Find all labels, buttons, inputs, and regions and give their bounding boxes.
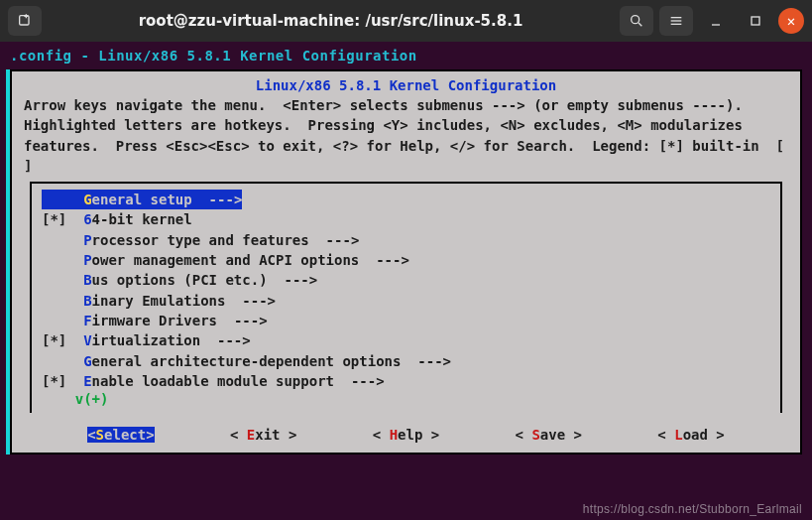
box-edge-decoration — [6, 69, 10, 455]
menu-mark: [*] — [42, 209, 83, 229]
submenu-arrow-icon: ---> — [217, 330, 251, 350]
button-pre: < — [230, 427, 247, 443]
button-post: xit > — [255, 427, 296, 443]
action-button-3[interactable]: < Save > — [516, 427, 582, 443]
button-post: elect> — [104, 427, 155, 443]
watermark-text: https://blog.csdn.net/Stubborn_Earlmail — [583, 502, 802, 516]
menu-label: irmware Drivers — [92, 311, 234, 330]
menu-label: eneral setup — [92, 190, 209, 209]
menu-label: irtualization — [92, 330, 217, 350]
submenu-arrow-icon: ---> — [326, 230, 360, 250]
new-tab-button[interactable] — [8, 6, 42, 36]
window-titlebar: root@zzu-virtual-machine: /usr/src/linux… — [0, 0, 812, 42]
submenu-arrow-icon: ---> — [209, 190, 243, 209]
help-text: Arrow keys navigate the menu. <Enter> se… — [20, 95, 792, 182]
menu-label: nable loadable module support — [92, 371, 351, 391]
menu-hotkey: P — [83, 250, 91, 270]
submenu-arrow-icon: ---> — [242, 291, 276, 311]
menu-hotkey: G — [83, 190, 91, 209]
action-button-4[interactable]: < Load > — [657, 427, 724, 443]
menu-item-8[interactable]: General architecture-dependent options -… — [42, 351, 770, 371]
menu-hotkey: E — [83, 371, 91, 391]
button-pre: < — [373, 427, 390, 443]
more-indicator: v(+) — [42, 391, 770, 407]
menuconfig-box: Linux/x86 5.8.1 Kernel Configuration Arr… — [10, 69, 802, 455]
close-icon: ✕ — [787, 13, 795, 29]
menu-label: eneral architecture-dependent options — [92, 351, 418, 371]
menu-mark — [42, 230, 83, 250]
maximize-icon — [748, 13, 763, 29]
menu-label: us options (PCI etc.) — [92, 270, 285, 290]
menu-item-1[interactable]: [*] 64-bit kernel — [42, 209, 770, 229]
maximize-button[interactable] — [739, 6, 772, 36]
menu-list: General setup --->[*] 64-bit kernel Proc… — [30, 182, 782, 413]
close-button[interactable]: ✕ — [778, 8, 804, 34]
menu-mark — [42, 311, 83, 330]
menu-hotkey: P — [83, 230, 91, 250]
svg-line-4 — [638, 23, 641, 26]
submenu-arrow-icon: ---> — [376, 250, 409, 270]
search-icon — [629, 13, 644, 29]
minimize-icon — [708, 13, 724, 29]
menu-hotkey: F — [83, 311, 91, 330]
menu-mark — [42, 351, 83, 371]
menu-mark — [42, 291, 83, 311]
menu-mark — [42, 190, 83, 209]
menu-button[interactable] — [659, 6, 693, 36]
action-button-0[interactable]: <Select> — [87, 427, 154, 443]
menu-item-4[interactable]: Bus options (PCI etc.) ---> — [42, 270, 770, 290]
search-button[interactable] — [620, 6, 653, 36]
svg-rect-0 — [20, 16, 29, 25]
submenu-arrow-icon: ---> — [351, 371, 385, 391]
menu-label: ower management and ACPI options — [92, 250, 377, 270]
submenu-arrow-icon: ---> — [234, 311, 268, 330]
minimize-button[interactable] — [699, 6, 733, 36]
menu-hotkey: 6 — [83, 209, 91, 229]
menu-item-2[interactable]: Processor type and features ---> — [42, 230, 770, 250]
menu-item-6[interactable]: Firmware Drivers ---> — [42, 311, 770, 330]
box-title: Linux/x86 5.8.1 Kernel Configuration — [20, 77, 792, 93]
submenu-arrow-icon: ---> — [284, 270, 317, 290]
menu-item-3[interactable]: Power management and ACPI options ---> — [42, 250, 770, 270]
svg-rect-9 — [752, 17, 759, 25]
menu-hotkey: V — [83, 330, 91, 350]
menu-label: 4-bit kernel — [92, 209, 192, 229]
button-hotkey: H — [390, 427, 398, 443]
button-hotkey: S — [96, 427, 104, 443]
menu-item-7[interactable]: [*] Virtualization ---> — [42, 330, 770, 350]
action-button-2[interactable]: < Help > — [373, 427, 439, 443]
button-post: oad > — [683, 427, 725, 443]
menu-hotkey: G — [83, 351, 91, 371]
menu-mark — [42, 250, 83, 270]
menu-item-9[interactable]: [*] Enable loadable module support ---> — [42, 371, 770, 391]
menu-item-0[interactable]: General setup ---> — [42, 190, 770, 209]
menu-mark: [*] — [42, 330, 83, 350]
menu-hotkey: B — [83, 270, 91, 290]
button-hotkey: L — [674, 427, 682, 443]
svg-point-3 — [632, 16, 639, 24]
button-pre: < — [87, 427, 95, 443]
action-button-1[interactable]: < Exit > — [230, 427, 296, 443]
terminal-area[interactable]: .config - Linux/x86 5.8.1 Kernel Configu… — [0, 42, 812, 520]
button-hotkey: E — [247, 427, 255, 443]
menu-item-5[interactable]: Binary Emulations ---> — [42, 291, 770, 311]
submenu-arrow-icon: ---> — [417, 351, 451, 371]
button-pre: < — [657, 427, 674, 443]
config-header: .config - Linux/x86 5.8.1 Kernel Configu… — [6, 46, 806, 69]
menu-label: rocessor type and features — [92, 230, 326, 250]
button-post: elp > — [398, 427, 439, 443]
menu-label: inary Emulations — [92, 291, 243, 311]
menu-hotkey: B — [83, 291, 91, 311]
button-bar: <Select>< Exit >< Help >< Save >< Load > — [20, 413, 792, 443]
button-pre: < — [516, 427, 532, 443]
window-title: root@zzu-virtual-machine: /usr/src/linux… — [50, 12, 612, 30]
hamburger-icon — [668, 13, 684, 29]
button-hotkey: S — [531, 427, 539, 443]
menu-mark: [*] — [42, 371, 83, 391]
button-post: ave > — [540, 427, 582, 443]
menu-mark — [42, 270, 83, 290]
